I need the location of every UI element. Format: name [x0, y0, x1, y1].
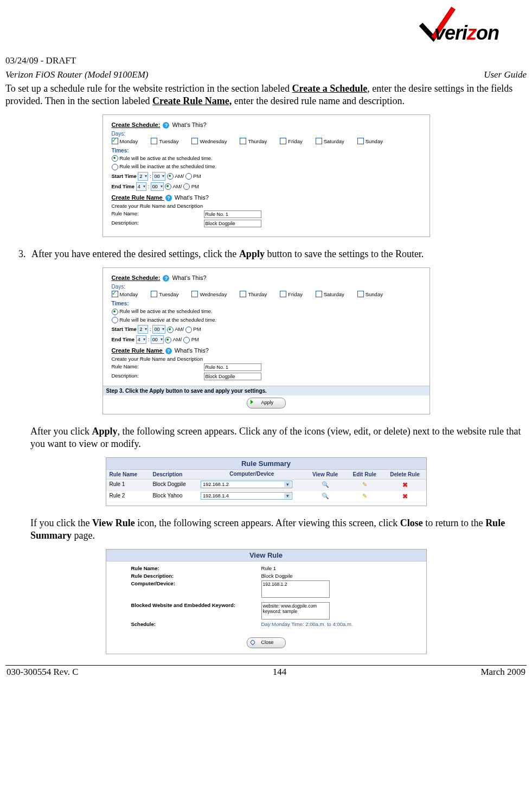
footer-page-number: 144: [273, 667, 287, 678]
checkbox-icon: [191, 291, 198, 297]
magnifier-icon[interactable]: 🔍: [322, 493, 329, 499]
logo-area: verizon: [5, 0, 527, 51]
radio-icon: [165, 337, 171, 343]
checkbox-icon: [112, 291, 118, 297]
device-dropdown[interactable]: 192.168.1.2: [201, 481, 292, 488]
view-rule-title: View Rule: [106, 550, 426, 561]
verizon-logo: verizon: [418, 5, 527, 49]
help-icon: ?: [165, 195, 172, 201]
table-row: Rule 1 Block Dogpile 192.168.1.2 🔍 ✎ ✖: [106, 480, 426, 491]
pencil-icon[interactable]: ✎: [362, 493, 367, 499]
checkbox-icon: [316, 138, 322, 144]
intro-paragraph: To set up a schedule rule for the websit…: [5, 82, 527, 107]
radio-icon: [167, 327, 174, 333]
checkbox-icon: [280, 291, 286, 297]
radio-icon: [183, 183, 190, 190]
after-apply-paragraph: After you click Apply, the following scr…: [30, 425, 527, 450]
help-icon: ?: [163, 122, 169, 129]
screenshot-rule-summary: Rule Summary Rule Name Description Compu…: [106, 457, 427, 506]
device-dropdown[interactable]: 192.168.1.4: [201, 492, 292, 500]
help-icon: ?: [163, 275, 169, 282]
radio-icon: [112, 317, 118, 323]
logo-text-z: z: [467, 22, 476, 44]
delete-icon[interactable]: ✖: [402, 481, 408, 489]
checkbox-icon: [357, 291, 364, 297]
doc-type: User Guide: [484, 69, 527, 80]
screenshot-create-schedule-1: Create Schedule: ? What's This? Days: Mo…: [102, 114, 430, 237]
radio-icon: [185, 173, 192, 180]
logo-text-pre: veri: [434, 22, 467, 44]
radio-icon: [185, 327, 192, 333]
delete-icon[interactable]: ✖: [402, 493, 408, 500]
checkbox-icon: [151, 291, 157, 297]
magnifier-icon[interactable]: 🔍: [322, 481, 329, 488]
rule-summary-title: Rule Summary: [106, 458, 426, 470]
checkbox-icon: [280, 138, 286, 144]
checkbox-icon: [357, 138, 364, 144]
radio-icon: [167, 173, 174, 180]
table-row: Rule 2 Block Yahoo 192.168.1.4 🔍 ✎ ✖: [106, 491, 426, 502]
checkbox-icon: [112, 138, 118, 144]
checkbox-icon: [151, 138, 157, 144]
close-button[interactable]: Close: [247, 637, 286, 648]
checkbox-icon: [191, 138, 198, 144]
page-footer: 030-300554 Rev. C 144 March 2009: [5, 665, 527, 685]
pencil-icon[interactable]: ✎: [362, 481, 367, 488]
footer-left: 030-300554 Rev. C: [7, 667, 79, 678]
checkbox-icon: [316, 291, 322, 297]
doc-title: Verizon FiOS Router (Model 9100EM): [5, 69, 148, 80]
checkbox-icon: [240, 291, 246, 297]
radio-icon: [183, 337, 190, 343]
screenshot-create-schedule-2: Create Schedule: ? What's This? Days: Mo…: [102, 267, 430, 414]
radio-icon: [165, 183, 171, 190]
draft-line: 03/24/09 - DRAFT: [5, 55, 527, 66]
logo-text-post: on: [476, 22, 499, 44]
screenshot-view-rule: View Rule Rule Name:Rule 1 Rule Descript…: [106, 549, 427, 654]
radio-icon: [112, 309, 118, 315]
help-icon: ?: [165, 348, 172, 354]
radio-icon: [112, 164, 118, 170]
step3-banner: Step 3. Click the Apply button to save a…: [103, 386, 430, 395]
step-3: After you have entered the desired setti…: [28, 248, 527, 260]
footer-right: March 2009: [480, 667, 525, 678]
checkbox-icon: [240, 138, 246, 144]
radio-icon: [112, 155, 118, 162]
apply-button[interactable]: Apply: [247, 398, 286, 408]
view-rule-paragraph: If you click the View Rule icon, the fol…: [30, 517, 527, 541]
